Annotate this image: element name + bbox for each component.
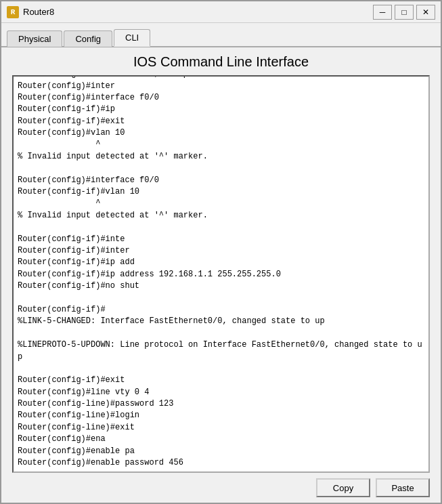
tab-cli[interactable]: CLI [114,29,150,47]
tab-config[interactable]: Config [64,30,112,47]
maximize-button[interactable]: □ [395,5,414,20]
close-button[interactable]: ✕ [416,5,435,20]
main-content: IOS Command Line Interface Enter configu… [1,47,441,503]
tab-physical-label: Physical [18,34,51,44]
terminal-scroll[interactable]: Enter configuration commands, one per li… [14,77,428,471]
button-bar: Copy Paste [1,473,441,503]
window-controls: ─ □ ✕ [373,5,435,20]
tabs-bar: Physical Config CLI [1,23,441,47]
tab-cli-label: CLI [125,33,139,43]
paste-button-label: Paste [391,483,414,493]
title-bar-left: R Router8 [7,6,54,18]
main-window: R Router8 ─ □ ✕ Physical Config CLI IOS … [0,0,442,504]
page-title: IOS Command Line Interface [1,47,441,75]
terminal-container: Enter configuration commands, one per li… [12,75,430,473]
app-icon: R [7,6,19,18]
tab-config-label: Config [75,34,101,44]
window-title: Router8 [23,7,54,17]
app-icon-label: R [11,8,16,16]
copy-button[interactable]: Copy [316,478,370,497]
minimize-button[interactable]: ─ [373,5,392,20]
terminal-text: Enter configuration commands, one per li… [18,77,424,469]
title-bar: R Router8 ─ □ ✕ [1,1,441,23]
copy-button-label: Copy [333,483,353,493]
paste-button[interactable]: Paste [376,478,430,497]
tab-physical[interactable]: Physical [7,30,62,47]
